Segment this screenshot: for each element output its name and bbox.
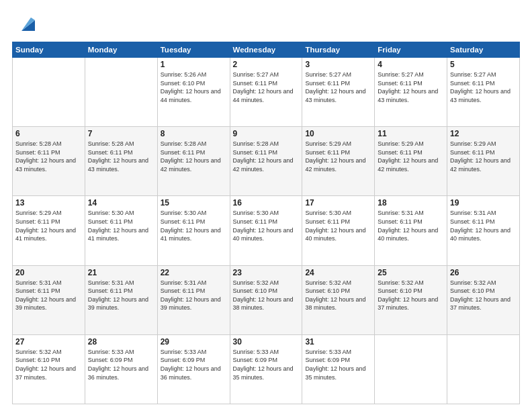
calendar-header-row: SundayMondayTuesdayWednesdayThursdayFrid… bbox=[13, 42, 520, 58]
calendar-cell: 29Sunrise: 5:33 AMSunset: 6:09 PMDayligh… bbox=[157, 334, 230, 404]
day-number: 11 bbox=[378, 129, 444, 138]
day-number: 3 bbox=[305, 60, 371, 69]
day-info: Sunrise: 5:33 AMSunset: 6:09 PMDaylight:… bbox=[161, 348, 227, 381]
calendar-cell: 13Sunrise: 5:29 AMSunset: 6:11 PMDayligh… bbox=[13, 196, 85, 265]
day-number: 30 bbox=[233, 337, 300, 347]
calendar-cell: 2Sunrise: 5:27 AMSunset: 6:11 PMDaylight… bbox=[230, 58, 302, 127]
day-number: 27 bbox=[15, 337, 82, 347]
calendar-cell: 27Sunrise: 5:32 AMSunset: 6:10 PMDayligh… bbox=[13, 334, 85, 404]
day-number: 21 bbox=[88, 268, 154, 277]
day-number: 20 bbox=[15, 268, 82, 277]
day-header-monday: Monday bbox=[85, 42, 157, 58]
day-info: Sunrise: 5:33 AMSunset: 6:09 PMDaylight:… bbox=[305, 348, 371, 381]
day-number: 6 bbox=[15, 129, 82, 138]
day-number: 24 bbox=[305, 268, 371, 277]
day-info: Sunrise: 5:30 AMSunset: 6:11 PMDaylight:… bbox=[233, 209, 300, 242]
calendar-cell: 18Sunrise: 5:31 AMSunset: 6:11 PMDayligh… bbox=[375, 196, 447, 265]
day-number: 14 bbox=[88, 198, 154, 208]
calendar-week-row: 20Sunrise: 5:31 AMSunset: 6:11 PMDayligh… bbox=[13, 265, 520, 334]
day-number: 26 bbox=[450, 268, 517, 277]
day-number: 9 bbox=[233, 129, 300, 138]
calendar-week-row: 27Sunrise: 5:32 AMSunset: 6:10 PMDayligh… bbox=[13, 334, 520, 404]
day-info: Sunrise: 5:27 AMSunset: 6:11 PMDaylight:… bbox=[233, 71, 300, 104]
day-header-tuesday: Tuesday bbox=[157, 42, 230, 58]
calendar-week-row: 13Sunrise: 5:29 AMSunset: 6:11 PMDayligh… bbox=[13, 196, 520, 265]
day-header-thursday: Thursday bbox=[302, 42, 375, 58]
day-info: Sunrise: 5:32 AMSunset: 6:10 PMDaylight:… bbox=[450, 279, 517, 312]
day-number: 31 bbox=[305, 337, 371, 347]
calendar-week-row: 1Sunrise: 5:26 AMSunset: 6:10 PMDaylight… bbox=[13, 58, 520, 127]
calendar-cell: 10Sunrise: 5:29 AMSunset: 6:11 PMDayligh… bbox=[302, 127, 375, 196]
day-number: 19 bbox=[450, 198, 517, 208]
day-info: Sunrise: 5:29 AMSunset: 6:11 PMDaylight:… bbox=[15, 209, 82, 242]
day-info: Sunrise: 5:29 AMSunset: 6:11 PMDaylight:… bbox=[305, 140, 371, 173]
calendar-cell bbox=[85, 58, 157, 127]
day-number: 29 bbox=[161, 337, 227, 347]
calendar-cell bbox=[447, 334, 520, 404]
calendar-cell: 30Sunrise: 5:33 AMSunset: 6:09 PMDayligh… bbox=[230, 334, 302, 404]
day-info: Sunrise: 5:30 AMSunset: 6:11 PMDaylight:… bbox=[161, 209, 227, 242]
day-number: 8 bbox=[161, 129, 227, 138]
calendar-cell bbox=[13, 58, 85, 127]
calendar-cell: 9Sunrise: 5:28 AMSunset: 6:11 PMDaylight… bbox=[230, 127, 302, 196]
day-number: 28 bbox=[88, 337, 154, 347]
day-header-friday: Friday bbox=[375, 42, 447, 58]
calendar-cell: 3Sunrise: 5:27 AMSunset: 6:11 PMDaylight… bbox=[302, 58, 375, 127]
day-info: Sunrise: 5:28 AMSunset: 6:11 PMDaylight:… bbox=[161, 140, 227, 173]
day-info: Sunrise: 5:32 AMSunset: 6:10 PMDaylight:… bbox=[233, 279, 300, 312]
day-info: Sunrise: 5:27 AMSunset: 6:11 PMDaylight:… bbox=[450, 71, 517, 104]
calendar-cell: 19Sunrise: 5:31 AMSunset: 6:11 PMDayligh… bbox=[447, 196, 520, 265]
calendar-cell: 16Sunrise: 5:30 AMSunset: 6:11 PMDayligh… bbox=[230, 196, 302, 265]
calendar-cell: 5Sunrise: 5:27 AMSunset: 6:11 PMDaylight… bbox=[447, 58, 520, 127]
day-number: 13 bbox=[15, 198, 82, 208]
calendar-cell: 26Sunrise: 5:32 AMSunset: 6:10 PMDayligh… bbox=[447, 265, 520, 334]
calendar-cell bbox=[375, 334, 447, 404]
day-number: 16 bbox=[233, 198, 300, 208]
calendar-cell: 15Sunrise: 5:30 AMSunset: 6:11 PMDayligh… bbox=[157, 196, 230, 265]
day-number: 1 bbox=[161, 60, 227, 69]
calendar-cell: 14Sunrise: 5:30 AMSunset: 6:11 PMDayligh… bbox=[85, 196, 157, 265]
day-number: 5 bbox=[450, 60, 517, 69]
day-info: Sunrise: 5:33 AMSunset: 6:09 PMDaylight:… bbox=[233, 348, 300, 381]
day-number: 17 bbox=[305, 198, 371, 208]
day-info: Sunrise: 5:28 AMSunset: 6:11 PMDaylight:… bbox=[233, 140, 300, 173]
day-number: 10 bbox=[305, 129, 371, 138]
day-info: Sunrise: 5:30 AMSunset: 6:11 PMDaylight:… bbox=[305, 209, 371, 242]
day-info: Sunrise: 5:31 AMSunset: 6:11 PMDaylight:… bbox=[15, 279, 82, 312]
day-number: 25 bbox=[378, 268, 444, 277]
day-header-saturday: Saturday bbox=[447, 42, 520, 58]
day-number: 12 bbox=[450, 129, 517, 138]
day-number: 2 bbox=[233, 60, 300, 69]
calendar-cell: 12Sunrise: 5:29 AMSunset: 6:11 PMDayligh… bbox=[447, 127, 520, 196]
calendar-cell: 7Sunrise: 5:28 AMSunset: 6:11 PMDaylight… bbox=[85, 127, 157, 196]
day-info: Sunrise: 5:28 AMSunset: 6:11 PMDaylight:… bbox=[88, 140, 154, 173]
day-info: Sunrise: 5:30 AMSunset: 6:11 PMDaylight:… bbox=[88, 209, 154, 242]
day-info: Sunrise: 5:27 AMSunset: 6:11 PMDaylight:… bbox=[378, 71, 444, 104]
calendar-cell: 31Sunrise: 5:33 AMSunset: 6:09 PMDayligh… bbox=[302, 334, 375, 404]
day-header-wednesday: Wednesday bbox=[230, 42, 302, 58]
calendar-week-row: 6Sunrise: 5:28 AMSunset: 6:11 PMDaylight… bbox=[13, 127, 520, 196]
day-number: 15 bbox=[161, 198, 227, 208]
calendar-cell: 6Sunrise: 5:28 AMSunset: 6:11 PMDaylight… bbox=[13, 127, 85, 196]
day-info: Sunrise: 5:28 AMSunset: 6:11 PMDaylight:… bbox=[15, 140, 82, 173]
day-info: Sunrise: 5:31 AMSunset: 6:11 PMDaylight:… bbox=[161, 279, 227, 312]
calendar-cell: 25Sunrise: 5:32 AMSunset: 6:10 PMDayligh… bbox=[375, 265, 447, 334]
day-number: 22 bbox=[161, 268, 227, 277]
header bbox=[12, 12, 520, 36]
day-number: 18 bbox=[378, 198, 444, 208]
day-info: Sunrise: 5:33 AMSunset: 6:09 PMDaylight:… bbox=[88, 348, 154, 381]
day-number: 23 bbox=[233, 268, 300, 277]
calendar-cell: 22Sunrise: 5:31 AMSunset: 6:11 PMDayligh… bbox=[157, 265, 230, 334]
day-header-sunday: Sunday bbox=[13, 42, 85, 58]
calendar-cell: 8Sunrise: 5:28 AMSunset: 6:11 PMDaylight… bbox=[157, 127, 230, 196]
calendar-table: SundayMondayTuesdayWednesdayThursdayFrid… bbox=[12, 42, 520, 404]
calendar-cell: 11Sunrise: 5:29 AMSunset: 6:11 PMDayligh… bbox=[375, 127, 447, 196]
day-info: Sunrise: 5:32 AMSunset: 6:10 PMDaylight:… bbox=[15, 348, 82, 381]
logo bbox=[12, 12, 38, 36]
day-info: Sunrise: 5:29 AMSunset: 6:11 PMDaylight:… bbox=[378, 140, 444, 173]
calendar-cell: 21Sunrise: 5:31 AMSunset: 6:11 PMDayligh… bbox=[85, 265, 157, 334]
day-info: Sunrise: 5:31 AMSunset: 6:11 PMDaylight:… bbox=[88, 279, 154, 312]
day-info: Sunrise: 5:32 AMSunset: 6:10 PMDaylight:… bbox=[378, 279, 444, 312]
day-info: Sunrise: 5:31 AMSunset: 6:11 PMDaylight:… bbox=[450, 209, 517, 242]
calendar-cell: 28Sunrise: 5:33 AMSunset: 6:09 PMDayligh… bbox=[85, 334, 157, 404]
